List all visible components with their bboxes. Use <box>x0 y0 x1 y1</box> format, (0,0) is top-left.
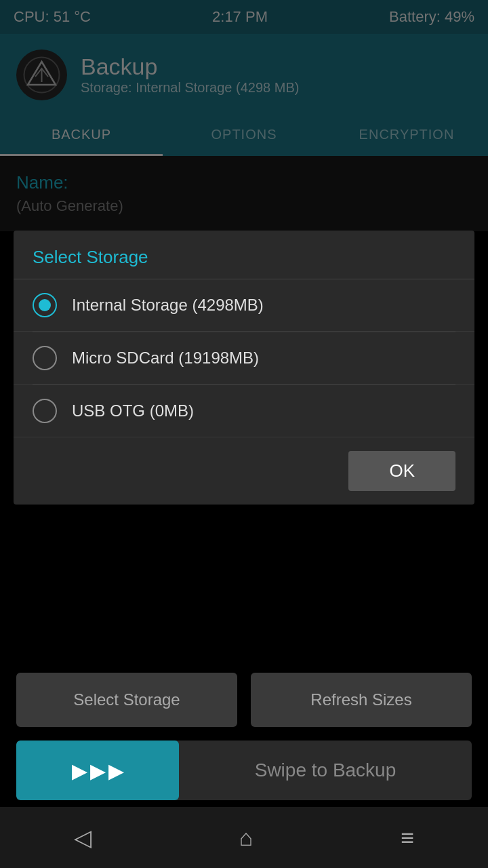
bottom-area: Select Storage Refresh Sizes ▶ ▶ ▶ Swipe… <box>0 673 488 800</box>
swipe-to-backup-bar[interactable]: ▶ ▶ ▶ Swipe to Backup <box>16 741 472 800</box>
play-arrow-3-icon: ▶ <box>108 759 124 783</box>
select-storage-button[interactable]: Select Storage <box>16 673 237 727</box>
menu-button[interactable]: ≡ <box>401 825 414 851</box>
swipe-handle[interactable]: ▶ ▶ ▶ <box>16 741 179 800</box>
option-internal-storage-label: Internal Storage (4298MB) <box>72 296 264 315</box>
swipe-label: Swipe to Backup <box>179 760 472 781</box>
radio-usb-otg[interactable] <box>33 399 57 423</box>
refresh-sizes-button[interactable]: Refresh Sizes <box>251 673 472 727</box>
option-micro-sdcard[interactable]: Micro SDCard (19198MB) <box>14 332 474 384</box>
play-arrow-2-icon: ▶ <box>90 759 106 783</box>
back-button[interactable]: ◁ <box>74 824 92 851</box>
ok-button[interactable]: OK <box>348 451 455 491</box>
radio-internal-storage[interactable] <box>33 293 57 317</box>
radio-micro-sdcard[interactable] <box>33 346 57 370</box>
dialog-footer: OK <box>14 437 474 505</box>
select-storage-dialog: Select Storage Internal Storage (4298MB)… <box>14 231 474 505</box>
nav-bar: ◁ ⌂ ≡ <box>0 807 488 868</box>
home-button[interactable]: ⌂ <box>239 825 253 851</box>
option-usb-otg-label: USB OTG (0MB) <box>72 401 194 420</box>
option-usb-otg[interactable]: USB OTG (0MB) <box>14 385 474 437</box>
option-micro-sdcard-label: Micro SDCard (19198MB) <box>72 349 259 368</box>
play-arrow-1-icon: ▶ <box>72 759 87 783</box>
storage-buttons-row: Select Storage Refresh Sizes <box>16 673 472 727</box>
option-internal-storage[interactable]: Internal Storage (4298MB) <box>14 279 474 332</box>
dialog-title: Select Storage <box>33 247 148 267</box>
dialog-header: Select Storage <box>14 231 474 279</box>
radio-inner-internal <box>39 299 51 311</box>
